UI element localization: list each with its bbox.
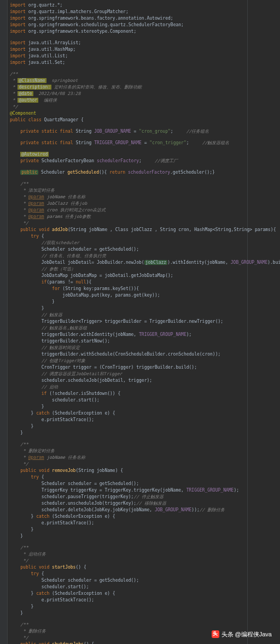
watermark-icon: 头 [212,630,219,638]
watermark: 头 头条 @编程侠Java [212,630,272,639]
code-editor[interactable]: import org.quartz.*;import org.quartz.im… [0,0,280,644]
watermark-text: 头条 @编程侠Java [221,630,272,639]
